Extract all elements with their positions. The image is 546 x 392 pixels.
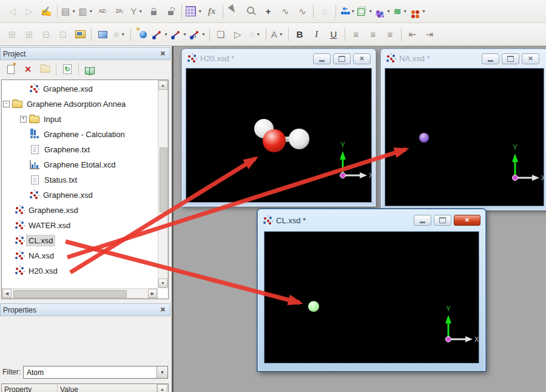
branch-filter-dropdown-caret[interactable]: ▼ [138,9,143,13]
matrix-tool-button[interactable]: ▼ [184,3,203,20]
chart-view-button[interactable]: ▥▼ [77,3,94,20]
lock-open-button[interactable] [162,3,179,20]
maximize-button[interactable] [333,53,351,64]
project-library-button[interactable] [81,61,98,78]
filter-combobox[interactable]: Atom ▼ [23,366,168,379]
tree-item-cl-xsd[interactable]: CL.xsd [2,233,157,248]
close-button[interactable]: ✕ [353,53,371,64]
oxygen-atom[interactable] [263,129,286,152]
tree-item-graphene-xsd-2[interactable]: Graphene.xsd [2,188,157,203]
spectrum-shift-button[interactable]: ∿ [294,3,311,20]
zoom-tool-button[interactable] [243,3,260,20]
display-style-button[interactable] [94,26,111,43]
project-properties-button[interactable] [72,26,89,43]
scroll-up-icon[interactable]: ▲ [158,81,167,90]
annotate-hand-button[interactable]: ✍ [38,3,55,20]
next-view-button[interactable]: ▷ [21,3,38,20]
sort-ascending-button[interactable]: AZ↓ [94,3,111,20]
chart-view-dropdown-caret[interactable]: ▼ [89,9,93,13]
lock-button[interactable] [145,3,162,20]
maximize-button[interactable] [502,53,519,64]
hydrogen-atom[interactable] [289,129,309,149]
crystal-builder-dropdown-caret[interactable]: ▼ [368,9,372,13]
tree-vertical-scrollbar[interactable]: ▲ ▼ [158,80,168,288]
indent-decrease-button[interactable]: ⇤ [404,26,421,43]
tree-item-graphene-adsorption[interactable]: - Graphene Adsorption Annea [2,96,157,112]
sketch-fragment-dropdown-caret[interactable]: ▼ [183,32,187,36]
lattice-view-button[interactable]: #▼ [111,26,128,43]
column-header-property[interactable]: Property [2,384,58,392]
home-view-button[interactable]: ⌂ [316,3,333,20]
scrollbar-thumb[interactable] [160,147,167,212]
new-script-button[interactable]: ❏ [212,26,229,43]
scrollbar-thumb[interactable] [13,290,127,298]
lasso-select-dropdown-caret[interactable]: ▼ [256,32,260,36]
crystal-builder-button[interactable]: ▼ [356,3,374,20]
sketch-fragment-button[interactable]: ▼ [169,26,188,43]
previous-view-button[interactable]: ◁ [4,3,21,20]
chevron-down-icon[interactable]: ▼ [157,367,167,378]
modules-button[interactable]: ▼ [409,3,427,20]
tree-item-h2o-xsd[interactable]: H20.xsd [2,263,157,279]
document-view-dropdown-caret[interactable]: ▼ [72,9,76,13]
tree-item-graphene-etotal-xcd[interactable]: Graphene Etotal.xcd [2,157,157,172]
minimize-button[interactable] [482,53,499,64]
run-script-button[interactable]: ▷ [229,26,246,43]
minimize-button[interactable] [313,53,331,64]
panel-splitter[interactable] [172,46,174,392]
function-fx-button[interactable]: fx [203,3,220,20]
modules-dropdown-caret[interactable]: ▼ [422,9,426,13]
scroll-right-icon[interactable]: ▶ [148,289,157,298]
tree-item-input[interactable]: + Input [2,112,157,127]
sketch-bond-dropdown-caret[interactable]: ▼ [164,32,168,36]
close-button[interactable]: ✕ [454,215,480,226]
scroll-down-icon[interactable]: ▼ [158,279,167,288]
3d-viewport[interactable]: Y X [264,231,479,363]
3d-viewport[interactable]: Y X [186,68,372,203]
tree-item-graphene-xsd-3[interactable]: Graphene.xsd [2,203,157,218]
new-item-button[interactable] [2,61,19,78]
font-color-button[interactable]: A▼ [269,26,286,43]
tree-item-status-txt[interactable]: Status.txt [2,172,157,188]
minimize-button[interactable] [414,215,431,226]
scroll-up-icon[interactable]: ▲ [157,384,167,392]
cascade-windows-button[interactable]: ⊟ [38,26,55,43]
lasso-select-button[interactable]: ◌▼ [246,26,263,43]
bold-button[interactable]: B [291,26,308,43]
expand-icon[interactable]: + [20,116,27,123]
window-titlebar[interactable]: H20.xsd * ✕ [182,49,376,68]
sort-descending-button[interactable]: ZA↓ [111,3,128,20]
spectrum-pick-button[interactable]: ∿ [277,3,294,20]
column-header-value[interactable]: Value [58,384,157,392]
tree-item-water-xsd[interactable]: WATER.xsd [2,218,157,233]
tree-item-graphene-txt[interactable]: Graphene.txt [2,142,157,157]
indent-increase-button[interactable]: ⇥ [421,26,438,43]
sketch-tool-button[interactable]: ▼ [339,3,356,20]
translate-tool-button[interactable]: + [260,3,277,20]
tree-item-graphene-xsd[interactable]: Graphene.xsd [2,81,157,96]
align-left-button[interactable]: ≡ [348,26,365,43]
sketch-tool-dropdown-caret[interactable]: ▼ [351,9,355,13]
close-button[interactable]: ✕ [522,53,539,64]
align-right-button[interactable]: ≡ [382,26,399,43]
refresh-project-button[interactable]: ↻ [59,61,76,78]
matrix-tool-dropdown-caret[interactable]: ▼ [198,9,202,13]
tile-vertical-button[interactable]: ⊞ [21,26,38,43]
window-titlebar[interactable]: CL.xsd * ✕ [258,209,485,231]
lattice-view-dropdown-caret[interactable]: ▼ [121,32,125,36]
amorphous-builder-button[interactable]: ≋▼ [392,3,409,20]
adjust-hydrogen-button[interactable]: H▼ [188,26,207,43]
tree-horizontal-scrollbar[interactable]: ◀ ▶ [2,288,158,299]
tree-item-na-xsd[interactable]: NA.xsd [2,248,157,263]
chlorine-atom[interactable] [308,301,319,312]
font-color-dropdown-caret[interactable]: ▼ [279,32,283,36]
window-titlebar[interactable]: NA.xsd * ✕ [381,49,546,68]
tree-item-graphene-calculation[interactable]: Graphene - Calculation [2,127,157,142]
align-center-button[interactable]: ≡ [365,26,382,43]
new-folder-button[interactable] [36,61,53,78]
add-atom-button[interactable] [133,26,150,43]
underline-button[interactable]: U [325,26,342,43]
italic-button[interactable]: I [308,26,325,43]
3d-viewport[interactable]: Y X [385,68,544,206]
tile-horizontal-button[interactable]: ⊞ [4,26,21,43]
